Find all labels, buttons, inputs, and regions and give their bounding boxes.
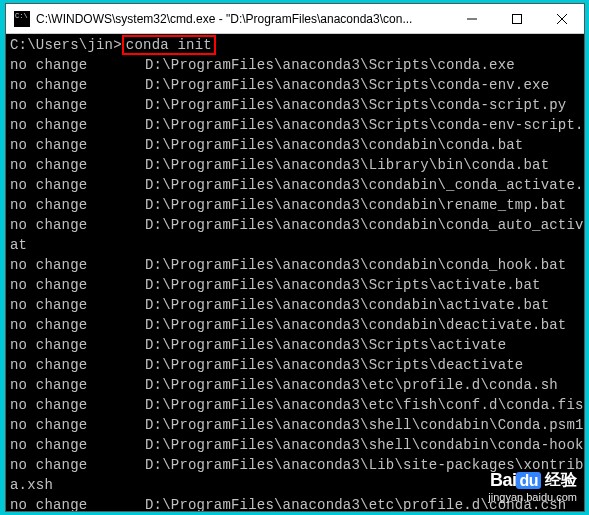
output-status: no change	[10, 335, 145, 355]
output-path: D:\ProgramFiles\anaconda3\condabin\_cond…	[145, 177, 584, 193]
minimize-button[interactable]	[449, 4, 494, 33]
output-path: D:\ProgramFiles\anaconda3\condabin\renam…	[145, 197, 566, 213]
output-path: D:\ProgramFiles\anaconda3\Scripts\activa…	[145, 337, 506, 353]
output-path: D:\ProgramFiles\anaconda3\condabin\conda…	[145, 257, 566, 273]
output-status: no change	[10, 215, 145, 235]
cmd-icon	[14, 11, 30, 27]
output-status: no change	[10, 395, 145, 415]
close-button[interactable]	[539, 4, 584, 33]
prompt: C:\Users\jin>	[10, 37, 122, 53]
output-status: no change	[10, 355, 145, 375]
output-path: D:\ProgramFiles\anaconda3\Scripts\conda.…	[145, 57, 515, 73]
output-status: no change	[10, 295, 145, 315]
output-status: no change	[10, 455, 145, 475]
output-path: D:\ProgramFiles\anaconda3\Scripts\conda-…	[145, 117, 584, 133]
svg-rect-1	[512, 14, 521, 23]
output-status: no change	[10, 75, 145, 95]
output-path: D:\ProgramFiles\anaconda3\Scripts\conda-…	[145, 97, 566, 113]
output-path: D:\ProgramFiles\anaconda3\shell\condabin…	[145, 437, 584, 453]
output-status: no change	[10, 275, 145, 295]
output-status: no change	[10, 435, 145, 455]
output-status: no change	[10, 135, 145, 155]
window-controls	[449, 4, 584, 33]
output-status: no change	[10, 415, 145, 435]
watermark-url: jingyan.baidu.com	[488, 491, 577, 503]
output-status: no change	[10, 175, 145, 195]
output-status: no change	[10, 315, 145, 335]
output-path: D:\ProgramFiles\anaconda3\Library\bin\co…	[145, 157, 549, 173]
output-path: D:\ProgramFiles\anaconda3\shell\condabin…	[145, 417, 584, 433]
output-path: D:\ProgramFiles\anaconda3\condabin\conda…	[145, 217, 584, 233]
output-path: D:\ProgramFiles\anaconda3\Scripts\deacti…	[145, 357, 523, 373]
output-path: D:\ProgramFiles\anaconda3\condabin\conda…	[145, 137, 523, 153]
output-path: D:\ProgramFiles\anaconda3\Scripts\conda-…	[145, 77, 549, 93]
window-title: C:\WINDOWS\system32\cmd.exe - "D:\Progra…	[36, 12, 449, 26]
output-status: no change	[10, 255, 145, 275]
output-block-2: no changeD:\ProgramFiles\anaconda3\conda…	[10, 257, 584, 453]
output-path: D:\ProgramFiles\anaconda3\condabin\activ…	[145, 297, 549, 313]
output-path: D:\ProgramFiles\anaconda3\etc\fish\conf.…	[145, 397, 584, 413]
output-path: D:\ProgramFiles\anaconda3\etc\profile.d\…	[145, 377, 558, 393]
output-status: no change	[10, 115, 145, 135]
output-continuation: a.xsh	[10, 477, 53, 493]
output-path: D:\ProgramFiles\anaconda3\condabin\deact…	[145, 317, 566, 333]
output-status: no change	[10, 195, 145, 215]
titlebar[interactable]: C:\WINDOWS\system32\cmd.exe - "D:\Progra…	[6, 4, 584, 34]
output-block-1: no changeD:\ProgramFiles\anaconda3\Scrip…	[10, 57, 584, 213]
watermark-logo: Baidu	[490, 470, 541, 491]
output-status: no change	[10, 55, 145, 75]
cmd-window: C:\WINDOWS\system32\cmd.exe - "D:\Progra…	[5, 3, 585, 512]
output-status: no change	[10, 155, 145, 175]
watermark: Baidu 经验 jingyan.baidu.com	[488, 470, 577, 503]
highlighted-command: conda init	[122, 35, 216, 55]
output-path: D:\ProgramFiles\anaconda3\Scripts\activa…	[145, 277, 541, 293]
output-status: no change	[10, 95, 145, 115]
terminal-area[interactable]: C:\Users\jin>conda init no changeD:\Prog…	[6, 34, 584, 511]
output-continuation: at	[10, 237, 27, 253]
watermark-suffix: 经验	[545, 470, 577, 491]
output-status: no change	[10, 375, 145, 395]
output-status: no change	[10, 495, 145, 511]
maximize-button[interactable]	[494, 4, 539, 33]
